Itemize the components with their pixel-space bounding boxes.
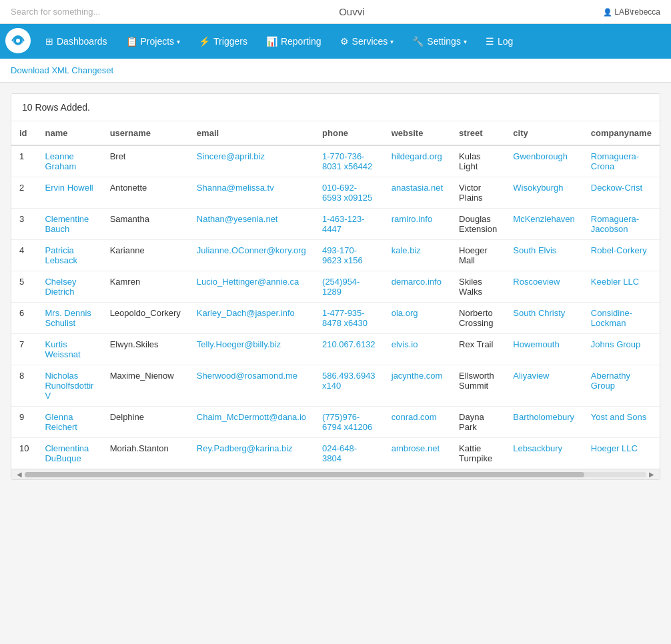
cell-name[interactable]: Leanne Graham <box>37 145 101 177</box>
cell-city[interactable]: South Christy <box>505 303 583 334</box>
cell-website[interactable]: anastasia.net <box>384 177 451 209</box>
cell-id: 7 <box>11 334 37 365</box>
scroll-track[interactable] <box>25 472 646 477</box>
cell-email[interactable]: Lucio_Hettinger@annie.ca <box>189 271 314 303</box>
nav-item-projects[interactable]: 📋 Projects ▾ <box>117 24 190 59</box>
nav-label-services: Services <box>352 36 388 47</box>
cell-email[interactable]: Karley_Dach@jasper.info <box>189 303 314 334</box>
cell-username: Moriah.Stanton <box>102 438 189 469</box>
cell-street: Ellsworth Summit <box>451 365 505 407</box>
app-logo[interactable] <box>5 28 36 55</box>
cell-companyname[interactable]: Abernathy Group <box>583 365 660 407</box>
data-table-wrapper[interactable]: id name username email phone website str… <box>11 121 660 479</box>
cell-username: Delphine <box>102 407 189 438</box>
cell-street: Kulas Light <box>451 145 505 177</box>
cell-email[interactable]: Nathan@yesenia.net <box>189 209 314 240</box>
cell-name[interactable]: Chelsey Dietrich <box>37 271 101 303</box>
cell-companyname[interactable]: Romaguera-Jacobson <box>583 209 660 240</box>
cell-companyname[interactable]: Johns Group <box>583 334 660 365</box>
nav-item-dashboards[interactable]: ⊞ Dashboards <box>36 24 117 59</box>
cell-street: Victor Plains <box>451 177 505 209</box>
cell-phone: 1-477-935-8478 x6430 <box>314 303 384 334</box>
cell-city[interactable]: McKenziehaven <box>505 209 583 240</box>
nav-item-settings[interactable]: 🔧 Settings ▾ <box>403 24 476 59</box>
nav-item-triggers[interactable]: ⚡ Triggers <box>189 24 257 59</box>
nav-item-services[interactable]: ⚙ Services ▾ <box>331 24 404 59</box>
cell-companyname[interactable]: Keebler LLC <box>583 271 660 303</box>
nav-item-log[interactable]: ☰ Log <box>476 24 522 59</box>
search-input[interactable]: Search for something... <box>11 7 100 17</box>
cell-email[interactable]: Shanna@melissa.tv <box>189 177 314 209</box>
cell-companyname[interactable]: Considine-Lockman <box>583 303 660 334</box>
cell-phone: 493-170-9623 x156 <box>314 240 384 271</box>
nav-item-reporting[interactable]: 📊 Reporting <box>257 24 331 59</box>
cell-city[interactable]: Gwenborough <box>505 145 583 177</box>
table-row: 8Nicholas Runolfsdottir VMaxime_NienowSh… <box>11 365 660 407</box>
cell-website[interactable]: ola.org <box>384 303 451 334</box>
table-row: 2Ervin HowellAntonetteShanna@melissa.tv0… <box>11 177 660 209</box>
cell-phone: (254)954-1289 <box>314 271 384 303</box>
cell-companyname[interactable]: Deckow-Crist <box>583 177 660 209</box>
cell-phone: 586.493.6943 x140 <box>314 365 384 407</box>
table-row: 7Kurtis WeissnatElwyn.SkilesTelly.Hoeger… <box>11 334 660 365</box>
cell-phone: (775)976-6794 x41206 <box>314 407 384 438</box>
cell-website[interactable]: kale.biz <box>384 240 451 271</box>
cell-name[interactable]: Patricia Lebsack <box>37 240 101 271</box>
cell-name[interactable]: Glenna Reichert <box>37 407 101 438</box>
cell-website[interactable]: hildegard.org <box>384 145 451 177</box>
cell-city[interactable]: Wisokyburgh <box>505 177 583 209</box>
cell-companyname[interactable]: Romaguera-Crona <box>583 145 660 177</box>
cell-phone: 210.067.6132 <box>314 334 384 365</box>
cell-city[interactable]: Bartholomebury <box>505 407 583 438</box>
cell-website[interactable]: ambrose.net <box>384 438 451 469</box>
nav-label-dashboards: Dashboards <box>57 36 107 47</box>
scroll-right-arrow[interactable]: ▶ <box>646 469 657 480</box>
cell-city[interactable]: Aliyaview <box>505 365 583 407</box>
col-header-city: city <box>505 121 583 145</box>
scroll-left-arrow[interactable]: ◀ <box>14 469 25 480</box>
horizontal-scrollbar[interactable]: ◀ ▶ <box>11 469 660 479</box>
cell-name[interactable]: Clementine Bauch <box>37 209 101 240</box>
cell-email[interactable]: Sincere@april.biz <box>189 145 314 177</box>
cell-companyname[interactable]: Robel-Corkery <box>583 240 660 271</box>
svg-point-2 <box>16 39 20 43</box>
cell-street: Norberto Crossing <box>451 303 505 334</box>
cell-name[interactable]: Nicholas Runolfsdottir V <box>37 365 101 407</box>
cell-website[interactable]: elvis.io <box>384 334 451 365</box>
cell-email[interactable]: Rey.Padberg@karina.biz <box>189 438 314 469</box>
cell-email[interactable]: Telly.Hoeger@billy.biz <box>189 334 314 365</box>
table-body: 1Leanne GrahamBretSincere@april.biz1-770… <box>11 145 660 469</box>
cell-name[interactable]: Ervin Howell <box>37 177 101 209</box>
cell-website[interactable]: jacynthe.com <box>384 365 451 407</box>
cell-website[interactable]: conrad.com <box>384 407 451 438</box>
cell-city[interactable]: Lebsackbury <box>505 438 583 469</box>
col-header-id: id <box>11 121 37 145</box>
cell-city[interactable]: Howemouth <box>505 334 583 365</box>
cell-email[interactable]: Julianne.OConner@kory.org <box>189 240 314 271</box>
cell-id: 9 <box>11 407 37 438</box>
cell-name[interactable]: Mrs. Dennis Schulist <box>37 303 101 334</box>
cell-website[interactable]: demarco.info <box>384 271 451 303</box>
scroll-thumb[interactable] <box>25 472 584 477</box>
cell-companyname[interactable]: Hoeger LLC <box>583 438 660 469</box>
nav-label-reporting: Reporting <box>281 36 321 47</box>
cell-email[interactable]: Sherwood@rosamond.me <box>189 365 314 407</box>
cell-username: Maxime_Nienow <box>102 365 189 407</box>
cell-id: 4 <box>11 240 37 271</box>
cell-website[interactable]: ramiro.info <box>384 209 451 240</box>
app-title: Ouvvi <box>339 6 364 17</box>
cell-street: Kattie Turnpike <box>451 438 505 469</box>
cell-id: 6 <box>11 303 37 334</box>
nav-label-triggers: Triggers <box>213 36 247 47</box>
table-row: 5Chelsey DietrichKamrenLucio_Hettinger@a… <box>11 271 660 303</box>
cell-name[interactable]: Clementina DuBuque <box>37 438 101 469</box>
cell-street: Douglas Extension <box>451 209 505 240</box>
services-icon: ⚙ <box>340 36 349 47</box>
cell-companyname[interactable]: Yost and Sons <box>583 407 660 438</box>
cell-email[interactable]: Chaim_McDermott@dana.io <box>189 407 314 438</box>
cell-name[interactable]: Kurtis Weissnat <box>37 334 101 365</box>
cell-city[interactable]: South Elvis <box>505 240 583 271</box>
col-header-username: username <box>102 121 189 145</box>
cell-city[interactable]: Roscoeview <box>505 271 583 303</box>
download-xml-link[interactable]: Download XML Changeset <box>11 65 113 75</box>
